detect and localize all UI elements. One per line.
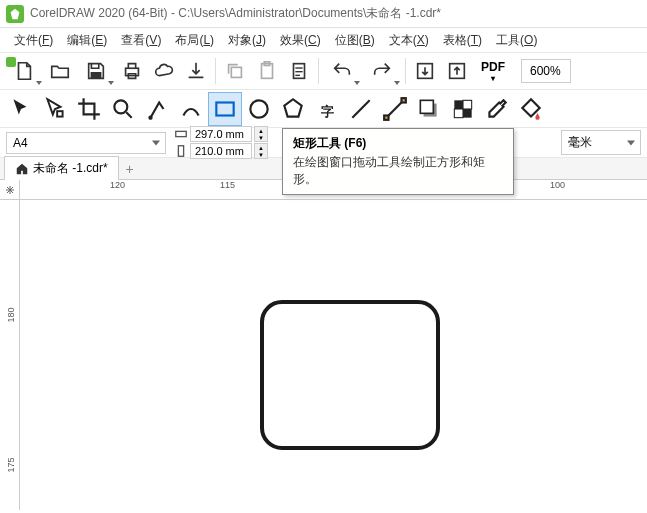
text-tool[interactable]: 字	[310, 92, 344, 126]
svg-rect-23	[454, 109, 463, 118]
tooltip: 矩形工具 (F6) 在绘图窗口拖动工具绘制正方形和矩形。	[282, 128, 514, 195]
svg-rect-26	[178, 146, 183, 157]
svg-rect-14	[216, 102, 233, 115]
svg-point-15	[250, 100, 267, 117]
menu-file[interactable]: 文件(F)	[8, 30, 59, 51]
import-button[interactable]	[409, 55, 441, 87]
drawing-canvas[interactable]	[20, 200, 647, 510]
svg-rect-6	[295, 67, 302, 68]
rectangle-tool[interactable]	[208, 92, 242, 126]
toolbox: 字	[0, 90, 647, 128]
page-size-dropdown[interactable]: A4	[6, 132, 166, 154]
dropshadow-tool[interactable]	[412, 92, 446, 126]
svg-point-13	[149, 116, 151, 118]
rounded-rectangle-shape[interactable]	[260, 300, 440, 450]
svg-rect-17	[384, 115, 388, 119]
eyedropper-tool[interactable]	[480, 92, 514, 126]
crop-tool[interactable]	[72, 92, 106, 126]
tooltip-desc: 在绘图窗口拖动工具绘制正方形和矩形。	[293, 154, 503, 188]
line-tool[interactable]	[344, 92, 378, 126]
menu-view[interactable]: 查看(V)	[115, 30, 167, 51]
new-button[interactable]	[4, 55, 44, 87]
app-icon	[6, 5, 24, 23]
connector-tool[interactable]	[378, 92, 412, 126]
height-input[interactable]: 210.0 mm	[190, 143, 252, 159]
fill-tool[interactable]	[514, 92, 548, 126]
document-tab[interactable]: 未命名 -1.cdr*	[4, 156, 119, 180]
cloud-button[interactable]	[148, 55, 180, 87]
export2-button[interactable]	[441, 55, 473, 87]
menu-tools[interactable]: 工具(O)	[490, 30, 543, 51]
zoom-tool[interactable]	[106, 92, 140, 126]
menu-effects[interactable]: 效果(C)	[274, 30, 327, 51]
transparency-tool[interactable]	[446, 92, 480, 126]
svg-rect-0	[91, 73, 100, 79]
pdf-button[interactable]: PDF▾	[473, 55, 513, 87]
units-dropdown[interactable]: 毫米	[561, 130, 641, 155]
svg-rect-22	[463, 100, 472, 109]
add-tab-button[interactable]: +	[119, 159, 141, 179]
window-title: CorelDRAW 2020 (64-Bit) - C:\Users\Admin…	[30, 5, 441, 22]
open-button[interactable]	[44, 55, 76, 87]
print-button[interactable]	[116, 55, 148, 87]
svg-rect-2	[231, 67, 241, 77]
svg-rect-18	[402, 98, 406, 102]
pick-tool[interactable]	[4, 92, 38, 126]
svg-rect-25	[176, 131, 187, 136]
height-spinner[interactable]: ▲▼	[254, 143, 268, 159]
artistic-tool[interactable]	[174, 92, 208, 126]
width-input[interactable]: 297.0 mm	[190, 126, 252, 142]
save-button[interactable]	[76, 55, 116, 87]
title-bar: CorelDRAW 2020 (64-Bit) - C:\Users\Admin…	[0, 0, 647, 28]
menu-table[interactable]: 表格(T)	[437, 30, 488, 51]
width-spinner[interactable]: ▲▼	[254, 126, 268, 142]
svg-rect-21	[454, 100, 463, 109]
freehand-tool[interactable]	[140, 92, 174, 126]
undo-button[interactable]	[322, 55, 362, 87]
menu-object[interactable]: 对象(J)	[222, 30, 272, 51]
svg-rect-7	[295, 71, 302, 72]
menu-edit[interactable]: 编辑(E)	[61, 30, 113, 51]
menu-bar: 文件(F) 编辑(E) 查看(V) 布局(L) 对象(J) 效果(C) 位图(B…	[0, 28, 647, 52]
svg-text:字: 字	[321, 103, 334, 118]
tab-label: 未命名 -1.cdr*	[33, 160, 108, 177]
clipboard-button[interactable]	[283, 55, 315, 87]
ruler-origin[interactable]	[0, 180, 20, 200]
menu-layout[interactable]: 布局(L)	[169, 30, 220, 51]
paste-button[interactable]	[251, 55, 283, 87]
home-icon	[15, 162, 29, 176]
shape-tool[interactable]	[38, 92, 72, 126]
svg-rect-8	[295, 75, 300, 76]
svg-point-12	[114, 100, 127, 113]
svg-rect-11	[57, 111, 62, 116]
export-button[interactable]	[180, 55, 212, 87]
svg-rect-24	[463, 109, 472, 118]
svg-rect-20	[420, 100, 433, 113]
copy-button[interactable]	[219, 55, 251, 87]
zoom-input[interactable]: 600%	[521, 59, 571, 83]
menu-bitmap[interactable]: 位图(B)	[329, 30, 381, 51]
ellipse-tool[interactable]	[242, 92, 276, 126]
vertical-ruler[interactable]: 180 175	[0, 200, 20, 510]
tooltip-title: 矩形工具 (F6)	[293, 135, 503, 152]
standard-toolbar: PDF▾ 600%	[0, 52, 647, 90]
redo-button[interactable]	[362, 55, 402, 87]
canvas-area: 120 115 110 105 100 180 175	[0, 180, 647, 510]
menu-text[interactable]: 文本(X)	[383, 30, 435, 51]
polygon-tool[interactable]	[276, 92, 310, 126]
